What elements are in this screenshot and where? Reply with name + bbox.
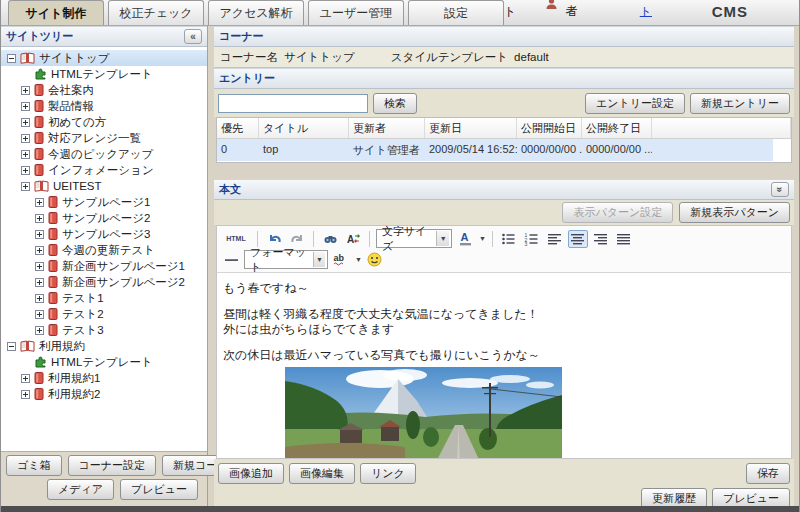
font-color-icon-dropdown[interactable]: ▼ xyxy=(479,235,486,242)
column-header-更新者[interactable]: 更新者 xyxy=(349,118,425,138)
new-entry-button[interactable]: 新規エントリー xyxy=(690,93,790,114)
align-right-icon[interactable] xyxy=(591,230,611,248)
page-red-icon xyxy=(34,388,44,400)
landscape-photo[interactable] xyxy=(223,367,785,459)
no-expander xyxy=(21,358,30,367)
font-color-icon[interactable]: A xyxy=(455,230,475,248)
emoticon-icon[interactable] xyxy=(365,251,385,269)
tab-サイト制作[interactable]: サイト制作 xyxy=(8,0,104,25)
tree-item-label: 製品情報 xyxy=(48,99,94,114)
tree-item[interactable]: UEITEST xyxy=(1,178,207,194)
expand-icon[interactable] xyxy=(21,374,30,383)
expand-icon[interactable] xyxy=(21,150,30,159)
expand-icon[interactable] xyxy=(35,230,44,239)
tree-item[interactable]: テスト1 xyxy=(1,290,207,306)
column-header-filler[interactable] xyxy=(652,118,791,138)
font-size-select[interactable]: 文字サイズ▼ xyxy=(376,229,452,248)
ordered-list-icon[interactable]: 123 xyxy=(522,230,542,248)
column-header-公開終了日[interactable]: 公開終了日 xyxy=(582,118,652,138)
column-header-タイトル[interactable]: タイトル xyxy=(259,118,349,138)
expand-icon[interactable] xyxy=(21,102,30,111)
tree-item[interactable]: テスト2 xyxy=(1,306,207,322)
tree-item[interactable]: サンプルページ3 xyxy=(1,226,207,242)
justify-icon[interactable] xyxy=(614,230,634,248)
tree-item-label: 利用規約1 xyxy=(48,371,100,386)
table-row[interactable]: 0topサイト管理者2009/05/14 16:52:490000/00/00 … xyxy=(217,139,791,161)
tree-item[interactable]: サイトトップ xyxy=(1,50,207,66)
tree-item[interactable]: 新企画サンプルページ2 xyxy=(1,274,207,290)
expand-icon[interactable] xyxy=(35,310,44,319)
spellcheck-icon-dropdown[interactable]: ▼ xyxy=(355,256,362,263)
tree-item[interactable]: 製品情報 xyxy=(1,98,207,114)
sidebar-button-メディア[interactable]: メディア xyxy=(47,479,114,500)
tree-item[interactable]: 今週の更新テスト xyxy=(1,242,207,258)
tree-item[interactable]: 初めての方 xyxy=(1,114,207,130)
svg-text:3: 3 xyxy=(525,241,528,246)
expand-icon[interactable] xyxy=(21,182,30,191)
entry-panel-header: エントリー xyxy=(214,68,794,89)
expand-icon[interactable] xyxy=(21,134,30,143)
tree-item[interactable]: 会社案内 xyxy=(1,82,207,98)
expand-icon[interactable] xyxy=(35,262,44,271)
horizontal-rule-icon[interactable] xyxy=(221,251,241,269)
tab-ユーザー管理[interactable]: ユーザー管理 xyxy=(308,0,404,25)
tree-item[interactable]: サンプルページ1 xyxy=(1,194,207,210)
new-pattern-button[interactable]: 新規表示パターン xyxy=(679,202,790,223)
column-header-公開開始日[interactable]: 公開開始日 xyxy=(517,118,582,138)
logout-link[interactable]: ログアウト xyxy=(640,0,697,20)
tree-item[interactable]: 対応アレンジ一覧 xyxy=(1,130,207,146)
align-left-icon[interactable] xyxy=(545,230,565,248)
find-icon[interactable] xyxy=(320,230,340,248)
collapse-body-button[interactable]: » xyxy=(771,182,789,197)
pattern-settings-button[interactable]: 表示パターン設定 xyxy=(562,202,673,223)
link-button[interactable]: リンク xyxy=(360,463,416,484)
expand-icon[interactable] xyxy=(35,326,44,335)
tree-item[interactable]: 利用規約1 xyxy=(1,370,207,386)
tree-item[interactable]: サンプルページ2 xyxy=(1,210,207,226)
save-button[interactable]: 保存 xyxy=(746,463,790,484)
body-text-line: 昼間は軽く羽織る程度で大丈夫な気温になってきました！ xyxy=(223,307,785,322)
page-red-icon xyxy=(34,148,44,160)
tree-item[interactable]: HTMLテンプレート xyxy=(1,354,207,370)
expand-icon[interactable] xyxy=(21,166,30,175)
align-center-icon[interactable] xyxy=(568,230,588,248)
format-select[interactable]: フォーマット▼ xyxy=(244,250,328,269)
column-header-優先[interactable]: 優先 xyxy=(217,118,259,138)
tree-item[interactable]: HTMLテンプレート xyxy=(1,66,207,82)
tree-item-label: テスト3 xyxy=(62,323,104,338)
tree-item[interactable]: 利用規約 xyxy=(1,338,207,354)
tree-item[interactable]: インフォメーション xyxy=(1,162,207,178)
sidebar-button-コーナー設定[interactable]: コーナー設定 xyxy=(68,455,157,476)
expand-icon[interactable] xyxy=(21,118,30,127)
expand-icon[interactable] xyxy=(35,278,44,287)
tree-item[interactable]: テスト3 xyxy=(1,322,207,338)
expand-icon[interactable] xyxy=(35,294,44,303)
column-header-更新日[interactable]: 更新日 xyxy=(425,118,517,138)
expand-icon[interactable] xyxy=(35,198,44,207)
sidebar-button-プレビュー[interactable]: プレビュー xyxy=(120,479,198,500)
unordered-list-icon[interactable] xyxy=(499,230,519,248)
expand-icon[interactable] xyxy=(21,86,30,95)
entry-search-input[interactable] xyxy=(218,94,368,113)
replace-icon[interactable]: A xyxy=(343,230,363,248)
expand-icon[interactable] xyxy=(35,246,44,255)
sidebar-button-ゴミ箱[interactable]: ゴミ箱 xyxy=(6,455,62,476)
html-source-button[interactable]: HTML xyxy=(221,230,251,248)
edit-image-button[interactable]: 画像編集 xyxy=(289,463,355,484)
spellcheck-icon[interactable]: ab xyxy=(331,251,351,269)
collapse-sidebar-button[interactable]: « xyxy=(184,29,202,44)
tree-item[interactable]: 新企画サンプルページ1 xyxy=(1,258,207,274)
collapse-icon[interactable] xyxy=(7,342,16,351)
entry-settings-button[interactable]: エントリー設定 xyxy=(585,93,685,114)
tree-item[interactable]: 今週のピックアップ xyxy=(1,146,207,162)
add-image-button[interactable]: 画像追加 xyxy=(218,463,284,484)
editor-content[interactable]: もう春ですね～昼間は軽く羽織る程度で大丈夫な気温になってきました！外には虫がちら… xyxy=(216,273,792,459)
tab-アクセス解析[interactable]: アクセス解析 xyxy=(208,0,304,25)
collapse-icon[interactable] xyxy=(7,54,16,63)
tree-item[interactable]: 利用規約2 xyxy=(1,386,207,402)
expand-icon[interactable] xyxy=(35,214,44,223)
search-button[interactable]: 検索 xyxy=(373,93,417,114)
tab-設定[interactable]: 設定 xyxy=(408,0,504,25)
tab-校正チェック[interactable]: 校正チェック xyxy=(108,0,204,25)
expand-icon[interactable] xyxy=(21,390,30,399)
